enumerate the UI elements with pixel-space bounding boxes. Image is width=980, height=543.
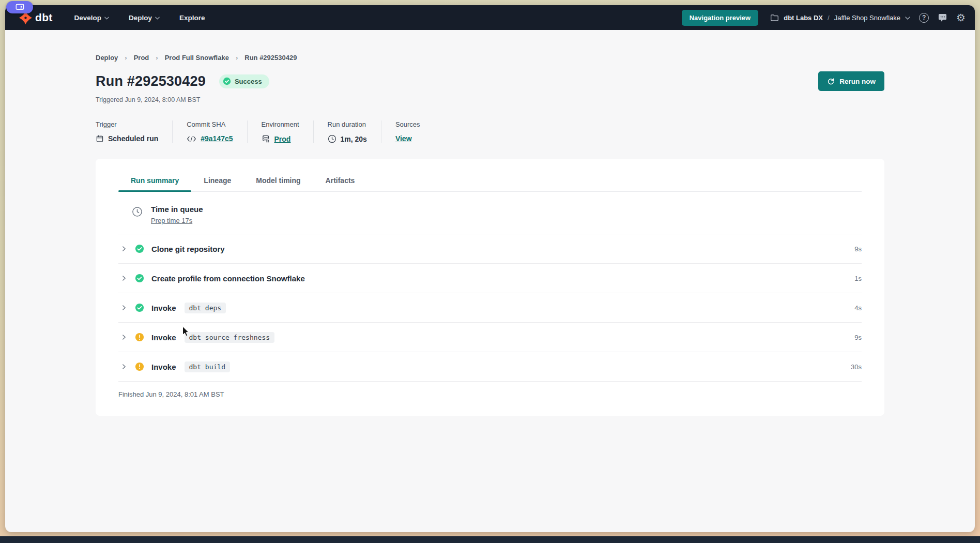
chevron-right-icon[interactable] bbox=[118, 363, 128, 370]
queue-clock-icon bbox=[132, 206, 143, 217]
step-label: Invoke bbox=[151, 363, 176, 371]
meta-column-commit-sha: Commit SHA#9a147c5 bbox=[172, 120, 247, 143]
nav-right-group: Navigation preview dbt Labs DX / Jaffle … bbox=[682, 10, 966, 26]
navigation-preview-button[interactable]: Navigation preview bbox=[682, 10, 758, 26]
step-duration: 1s bbox=[854, 275, 862, 282]
meta-value: 1m, 20s bbox=[341, 135, 367, 143]
step-duration: 9s bbox=[854, 334, 862, 341]
breadcrumb-item[interactable]: Prod bbox=[134, 54, 149, 62]
step-label: Create profile from connection Snowflake bbox=[151, 274, 305, 283]
tab-lineage[interactable]: Lineage bbox=[191, 172, 243, 191]
code-icon bbox=[187, 135, 196, 142]
nav-item-label: Deploy bbox=[129, 14, 152, 22]
tab-run-summary[interactable]: Run summary bbox=[118, 172, 191, 191]
step-duration: 4s bbox=[854, 304, 862, 312]
tab-model-timing[interactable]: Model timing bbox=[243, 172, 313, 191]
meta-column-run-duration: Run duration1m, 20s bbox=[313, 120, 381, 143]
finished-timestamp: Finished Jun 9, 2024, 8:01 AM BST bbox=[118, 382, 862, 398]
success-check-icon bbox=[135, 274, 144, 283]
step-command-chip: dbt deps bbox=[185, 303, 226, 313]
meta-value-link[interactable]: View bbox=[395, 134, 412, 143]
chevron-right-icon[interactable] bbox=[118, 275, 128, 282]
chevron-right-icon[interactable] bbox=[118, 334, 128, 341]
success-check-icon bbox=[135, 303, 144, 312]
status-badge: Success bbox=[219, 74, 269, 88]
meta-label: Trigger bbox=[96, 120, 158, 128]
page-title: Run #292530429 bbox=[96, 73, 206, 89]
run-detail-page: Deploy›Prod›Prod Full Snowflake›Run #292… bbox=[5, 30, 975, 416]
run-step-row[interactable]: Create profile from connection Snowflake… bbox=[118, 264, 862, 293]
project-name: Jaffle Shop Snowflake bbox=[834, 14, 900, 22]
step-command-chip: dbt source freshness bbox=[185, 332, 275, 343]
breadcrumb-item[interactable]: Run #292530429 bbox=[244, 54, 297, 62]
tab-artifacts[interactable]: Artifacts bbox=[313, 172, 368, 191]
queue-text-block: Time in queue Prep time 17s bbox=[151, 205, 203, 225]
breadcrumb-separator: › bbox=[125, 54, 127, 62]
run-metadata-row: TriggerScheduled runCommit SHA#9a147c5En… bbox=[96, 120, 884, 143]
run-step-row[interactable]: Invokedbt deps4s bbox=[118, 293, 862, 323]
time-in-queue-section: Time in queue Prep time 17s bbox=[118, 192, 862, 234]
nav-items: DevelopDeployExplore bbox=[74, 14, 225, 22]
breadcrumb: Deploy›Prod›Prod Full Snowflake›Run #292… bbox=[96, 30, 884, 62]
step-label: Invoke bbox=[151, 333, 176, 342]
step-label: Invoke bbox=[151, 304, 176, 312]
meta-value: Scheduled run bbox=[108, 134, 158, 143]
meta-value-row: 1m, 20s bbox=[328, 134, 367, 143]
account-name: dbt Labs DX bbox=[784, 14, 823, 22]
help-glyph: ? bbox=[919, 13, 929, 23]
nav-item-deploy[interactable]: Deploy bbox=[129, 14, 160, 22]
chevron-right-icon[interactable] bbox=[118, 304, 128, 311]
meta-label: Run duration bbox=[328, 120, 367, 128]
meta-value-row: Prod bbox=[262, 134, 299, 143]
meta-value-row: View bbox=[395, 134, 420, 143]
step-command-chip: dbt build bbox=[185, 361, 230, 372]
step-duration: 9s bbox=[854, 245, 862, 253]
chevron-down-icon bbox=[905, 17, 910, 20]
run-summary-card: Run summaryLineageModel timingArtifacts … bbox=[96, 159, 884, 416]
screen-share-icon bbox=[16, 4, 24, 11]
clock-icon bbox=[328, 134, 336, 143]
meta-value-link[interactable]: Prod bbox=[274, 135, 291, 143]
tab-bar: Run summaryLineageModel timingArtifacts bbox=[118, 172, 862, 192]
meta-value-row: #9a147c5 bbox=[187, 134, 233, 143]
chevron-right-icon[interactable] bbox=[118, 245, 128, 252]
help-icon[interactable]: ? bbox=[919, 13, 929, 23]
app-window: dbt DevelopDeployExplore Navigation prev… bbox=[5, 5, 975, 532]
project-selector[interactable]: dbt Labs DX / Jaffle Shop Snowflake bbox=[770, 14, 910, 22]
rerun-now-button[interactable]: Rerun now bbox=[818, 71, 884, 91]
breadcrumb-item[interactable]: Deploy bbox=[96, 54, 118, 62]
rerun-now-label: Rerun now bbox=[839, 78, 876, 85]
status-badge-label: Success bbox=[235, 78, 262, 85]
run-steps-list: Clone git repository9sCreate profile fro… bbox=[118, 234, 862, 382]
nav-item-explore[interactable]: Explore bbox=[179, 14, 205, 22]
settings-gear-icon[interactable]: ⚙ bbox=[956, 12, 966, 23]
breadcrumb-separator: › bbox=[236, 54, 238, 62]
nav-left-group: dbt DevelopDeployExplore bbox=[19, 11, 225, 25]
nav-item-label: Explore bbox=[179, 14, 205, 22]
browser-extension-badge[interactable] bbox=[6, 1, 33, 13]
desktop-bottom-strip bbox=[0, 536, 980, 543]
feedback-icon[interactable] bbox=[938, 13, 947, 22]
gear-glyph: ⚙ bbox=[956, 12, 966, 23]
run-step-row[interactable]: Clone git repository9s bbox=[118, 234, 862, 264]
folder-icon bbox=[770, 14, 779, 21]
meta-label: Commit SHA bbox=[187, 120, 233, 128]
warning-icon bbox=[135, 362, 144, 371]
breadcrumb-item[interactable]: Prod Full Snowflake bbox=[165, 54, 229, 62]
run-step-row[interactable]: Invokedbt source freshness9s bbox=[118, 323, 862, 352]
success-check-icon bbox=[223, 77, 231, 85]
run-step-row[interactable]: Invokedbt build30s bbox=[118, 352, 862, 382]
page-header-row: Run #292530429 Success Rerun now bbox=[96, 71, 884, 91]
account-project-separator: / bbox=[828, 14, 830, 22]
chevron-down-icon bbox=[155, 17, 160, 20]
meta-value-link[interactable]: #9a147c5 bbox=[201, 134, 233, 143]
meta-value-row: Scheduled run bbox=[96, 134, 158, 143]
triggered-timestamp: Triggered Jun 9, 2024, 8:00 AM BST bbox=[96, 96, 884, 103]
breadcrumb-separator: › bbox=[156, 54, 158, 62]
nav-item-develop[interactable]: Develop bbox=[74, 14, 110, 22]
prep-time-link[interactable]: Prep time 17s bbox=[151, 217, 192, 224]
success-check-icon bbox=[135, 244, 144, 253]
queue-title: Time in queue bbox=[151, 205, 203, 214]
warning-icon bbox=[135, 333, 144, 342]
meta-column-sources: SourcesView bbox=[381, 120, 434, 143]
